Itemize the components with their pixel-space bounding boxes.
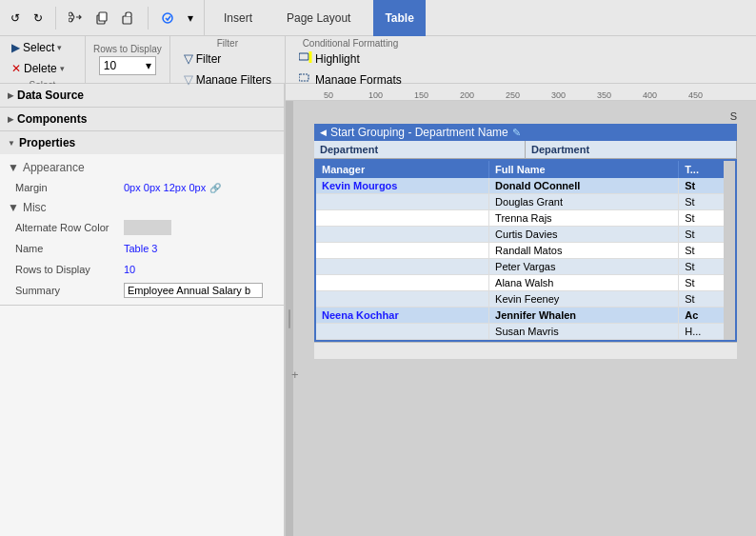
data-source-expand-icon: ▶ <box>8 91 13 100</box>
col-fullname-header: Full Name <box>489 161 679 178</box>
paste-button[interactable] <box>117 9 140 28</box>
grouping-edit-icon[interactable]: ✎ <box>512 127 521 139</box>
table-scrollbar[interactable] <box>724 161 735 340</box>
delete-icon: ✕ <box>11 62 21 75</box>
canvas-body: S ◀ Start Grouping - Department Name ✎ D… <box>286 101 756 536</box>
empty-manager-3 <box>316 227 489 243</box>
components-expand-icon: ▶ <box>8 115 13 124</box>
rows-label: Rows to Display <box>93 44 162 54</box>
summary-input[interactable] <box>124 283 263 298</box>
table-footer <box>314 342 737 359</box>
group1-fullname-5: Peter Vargas <box>489 259 679 275</box>
filter-label: Filter <box>178 38 277 49</box>
select-dropdown-icon: ▾ <box>57 43 62 52</box>
table-header-row: Manager Full Name T... <box>316 161 735 178</box>
page-content: S ◀ Start Grouping - Department Name ✎ D… <box>314 110 737 359</box>
properties-expand-icon: ▼ <box>8 139 15 148</box>
data-table: Manager Full Name T... Kevin Mourgos Don… <box>316 161 735 340</box>
delete-group-btns: ✕ Delete ▾ <box>6 59 79 78</box>
conditional-formatting-group: Conditional Formatting Highlight Manage … <box>286 36 415 83</box>
dropdown-button[interactable]: ▾ <box>183 9 198 28</box>
dept-col1: Department <box>314 141 526 158</box>
toolbar2: ▶ Select ▾ ✕ Delete ▾ Select Rows to Dis… <box>0 36 756 84</box>
empty-manager-4 <box>316 243 489 259</box>
add-row-icon[interactable]: + <box>291 367 299 382</box>
rows-select[interactable]: 10 ▾ <box>99 56 156 75</box>
grouping-collapse-icon: ◀ <box>320 128 327 137</box>
ruler-mark-50: 50 <box>324 90 333 100</box>
filter-button[interactable]: ▽ Filter <box>178 49 277 69</box>
panel-resize-handle[interactable] <box>286 101 293 536</box>
redo-button[interactable]: ↻ <box>29 9 48 28</box>
filter-icon: ▽ <box>184 51 193 66</box>
name-label: Name <box>15 243 120 254</box>
group1-fullname-3: Curtis Davies <box>489 227 679 243</box>
appearance-section[interactable]: ▼ Appearance <box>8 158 276 177</box>
group1-fullname-2: Trenna Rajs <box>489 210 679 227</box>
alt-row-color-swatch[interactable] <box>124 220 171 235</box>
empty-manager-2 <box>316 210 489 227</box>
rows-to-display-label: Rows to Display <box>15 264 120 275</box>
table-row: Kevin Feeney St <box>316 291 735 308</box>
select-group: ▶ Select ▾ ✕ Delete ▾ Select <box>0 36 86 83</box>
highlight-button[interactable]: Highlight <box>293 49 408 69</box>
special-button[interactable] <box>156 9 179 28</box>
resize-handle-bar <box>288 309 290 328</box>
delete-button[interactable]: ✕ Delete ▾ <box>6 59 70 78</box>
col-manager-header: Manager <box>316 161 489 178</box>
svg-rect-8 <box>299 74 308 81</box>
table-tab[interactable]: Table <box>373 0 425 36</box>
group1-fullname-1: Douglas Grant <box>489 194 679 210</box>
svg-point-0 <box>69 12 72 16</box>
dept-col2: Department <box>526 141 737 158</box>
right-canvas: 50 100 150 200 250 300 350 400 450 S ◀ <box>286 84 756 536</box>
insert-tab[interactable]: Insert <box>212 0 264 36</box>
toolbar-separator-1 <box>55 7 56 30</box>
table-row: Trenna Rajs St <box>316 210 735 227</box>
svg-rect-6 <box>299 53 308 60</box>
group1-manager-row: Kevin Mourgos Donald OConnell St <box>316 178 735 194</box>
dept-header-row: Department Department <box>314 141 737 159</box>
data-table-container: Manager Full Name T... Kevin Mourgos Don… <box>314 159 737 342</box>
components-header[interactable]: ▶ Components <box>0 108 284 130</box>
page-s-indicator: S <box>314 110 737 122</box>
left-panel: ▶ Data Source ▶ Components ▼ Properties … <box>0 84 286 536</box>
manager-cell-2: Neena Kochhar <box>316 308 489 324</box>
empty-manager-1 <box>316 194 489 210</box>
table-row: Randall Matos St <box>316 243 735 259</box>
data-source-section: ▶ Data Source <box>0 84 284 108</box>
toolbar-right-tabs: Insert Page Layout Table <box>205 0 756 35</box>
components-section: ▶ Components <box>0 108 284 131</box>
misc-section[interactable]: ▼ Misc <box>8 198 276 217</box>
select-button[interactable]: ▶ Select ▾ <box>6 38 68 57</box>
delete-dropdown-icon: ▾ <box>60 64 65 73</box>
margin-row: Margin 0px 0px 12px 0px 🔗 <box>8 177 276 198</box>
ruler-mark-400: 400 <box>643 90 657 100</box>
margin-label: Margin <box>15 182 120 193</box>
copy-button[interactable] <box>90 9 113 28</box>
empty-manager-g2 <box>316 324 489 340</box>
margin-link-icon: 🔗 <box>209 183 221 193</box>
select-arrow-icon: ▶ <box>11 41 20 54</box>
group2-fullname-0: Jennifer Whalen <box>489 308 679 324</box>
group1-fullname-0: Donald OConnell <box>489 178 679 194</box>
ruler-mark-300: 300 <box>551 90 566 100</box>
manage-filters-icon: ▽ <box>184 72 193 87</box>
main-toolbar: ↺ ↻ ▾ Insert Page Layout Table <box>0 0 756 36</box>
group1-fullname-7: Kevin Feeney <box>489 291 679 308</box>
data-source-header[interactable]: ▶ Data Source <box>0 84 284 107</box>
cut-button[interactable] <box>64 9 87 28</box>
rows-group: Rows to Display 10 ▾ <box>86 36 170 83</box>
group1-fullname-4: Randall Matos <box>489 243 679 259</box>
page-layout-tab[interactable]: Page Layout <box>275 0 362 36</box>
grouping-header[interactable]: ◀ Start Grouping - Department Name ✎ <box>314 124 737 141</box>
main-area: ▶ Data Source ▶ Components ▼ Properties … <box>0 84 756 536</box>
margin-value: 0px 0px 12px 0px <box>124 182 206 193</box>
empty-manager-5 <box>316 259 489 275</box>
name-row: Name Table 3 <box>8 238 276 259</box>
undo-button[interactable]: ↺ <box>6 9 25 28</box>
properties-header[interactable]: ▼ Properties <box>0 131 284 154</box>
svg-point-1 <box>69 18 72 22</box>
misc-collapse-icon: ▼ <box>8 201 19 214</box>
rows-to-display-row: Rows to Display 10 <box>8 259 276 280</box>
